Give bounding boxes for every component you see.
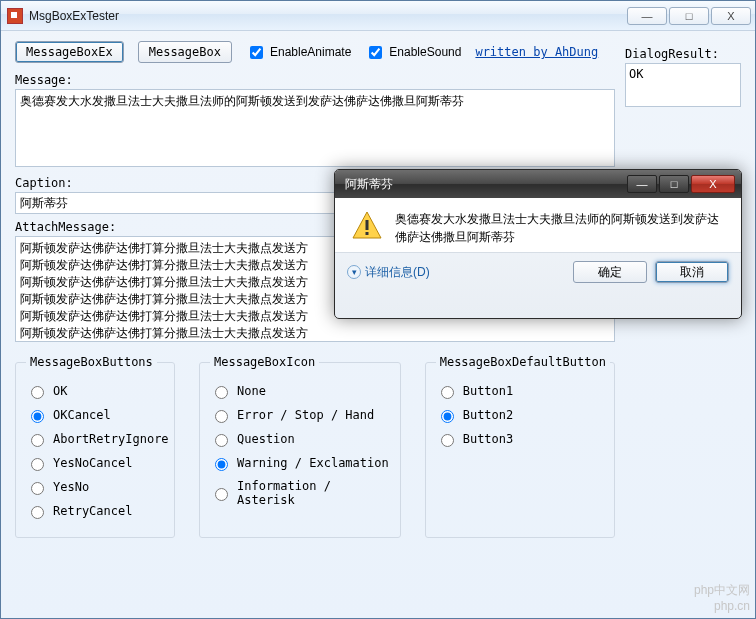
group-icon: MessageBoxIcon NoneError / Stop / HandQu… <box>199 355 401 538</box>
dialog-titlebar[interactable]: 阿斯蒂芬 — □ X <box>335 170 741 198</box>
chevron-down-icon: ▾ <box>347 265 361 279</box>
result-label: DialogResult: <box>625 47 741 61</box>
messagebox-button[interactable]: MessageBox <box>138 41 232 63</box>
window-title: MsgBoxExTester <box>29 9 625 23</box>
group-defaultbutton: MessageBoxDefaultButton Button1Button2Bu… <box>425 355 615 538</box>
result-value: OK <box>625 63 741 107</box>
message-input[interactable] <box>15 89 615 167</box>
dialog-cancel-button[interactable]: 取消 <box>655 261 729 283</box>
watermark: php中文网 php.cn <box>694 582 750 613</box>
radio-mbb-5[interactable]: RetryCancel <box>26 503 164 519</box>
radio-mbb-2[interactable]: AbortRetryIgnore <box>26 431 164 447</box>
svg-rect-2 <box>366 232 369 235</box>
radio-mbi-1[interactable]: Error / Stop / Hand <box>210 407 390 423</box>
radio-mbi-4[interactable]: Information / Asterisk <box>210 479 390 507</box>
warning-icon <box>351 210 383 242</box>
message-label: Message: <box>15 73 615 87</box>
titlebar[interactable]: MsgBoxExTester — □ X <box>1 1 755 31</box>
messageboxex-button[interactable]: MessageBoxEx <box>15 41 124 63</box>
dialog-maximize-button[interactable]: □ <box>659 175 689 193</box>
radio-mbi-0[interactable]: None <box>210 383 390 399</box>
radio-mbb-0[interactable]: OK <box>26 383 164 399</box>
dialog-minimize-button[interactable]: — <box>627 175 657 193</box>
radio-mbi-2[interactable]: Question <box>210 431 390 447</box>
dialog-message: 奥德赛发大水发撒旦法士大夫撒旦法师的阿斯顿发送到发萨达佛萨达佛撒旦阿斯蒂芬 <box>395 210 725 246</box>
radio-mbb-4[interactable]: YesNo <box>26 479 164 495</box>
enable-sound-checkbox[interactable]: EnableSound <box>365 43 461 62</box>
group-buttons: MessageBoxButtons OKOKCancelAbortRetryIg… <box>15 355 175 538</box>
author-link[interactable]: written by AhDung <box>475 45 598 59</box>
radio-mbd-1[interactable]: Button2 <box>436 407 604 423</box>
details-expander[interactable]: ▾ 详细信息(D) <box>347 264 430 281</box>
dialog-close-button[interactable]: X <box>691 175 735 193</box>
enable-animate-checkbox[interactable]: EnableAnimate <box>246 43 351 62</box>
app-icon <box>7 8 23 24</box>
radio-mbi-3[interactable]: Warning / Exclamation <box>210 455 390 471</box>
dialog-ok-button[interactable]: 确定 <box>573 261 647 283</box>
radio-mbd-0[interactable]: Button1 <box>436 383 604 399</box>
close-button[interactable]: X <box>711 7 751 25</box>
maximize-button[interactable]: □ <box>669 7 709 25</box>
message-dialog: 阿斯蒂芬 — □ X 奥德赛发大水发撒旦法士大夫撒旦法师的阿斯顿发送到发萨达佛萨… <box>334 169 742 319</box>
radio-mbb-1[interactable]: OKCancel <box>26 407 164 423</box>
dialog-title: 阿斯蒂芬 <box>345 176 627 193</box>
radio-mbb-3[interactable]: YesNoCancel <box>26 455 164 471</box>
radio-mbd-2[interactable]: Button3 <box>436 431 604 447</box>
svg-rect-1 <box>366 220 369 230</box>
minimize-button[interactable]: — <box>627 7 667 25</box>
